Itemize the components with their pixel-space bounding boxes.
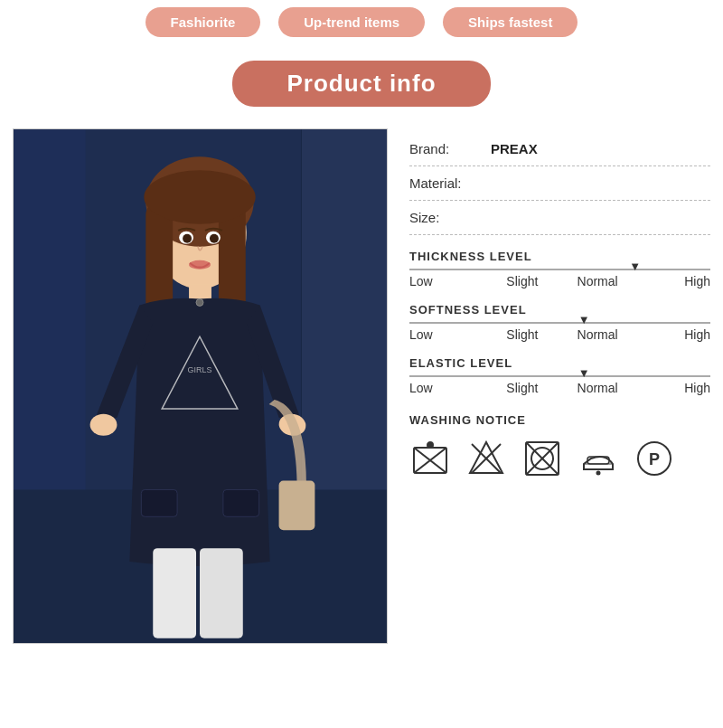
brand-row: Brand: PREAX (409, 132, 710, 166)
softness-section: SOFTNESS LEVEL ▼ Low Slight Normal High (409, 303, 710, 342)
washing-title: WASHING NOTICE (409, 413, 710, 427)
thickness-bar: ▼ (409, 269, 710, 270)
elastic-slight: Slight (484, 381, 559, 395)
softness-high: High (635, 327, 710, 342)
iron-low-icon (577, 438, 619, 479)
brand-label: Brand: (409, 141, 482, 156)
thickness-slight: Slight (484, 274, 559, 288)
softness-slight: Slight (484, 327, 559, 342)
dry-clean-icon: P (634, 438, 675, 479)
no-tumble-dry-icon (521, 438, 563, 479)
softness-bar: ▼ (409, 322, 710, 324)
svg-rect-16 (200, 548, 243, 638)
svg-point-22 (210, 234, 219, 243)
elastic-indicator: ▼ (578, 366, 590, 380)
product-info-title-wrap: Product info (0, 61, 723, 107)
washing-section: WASHING NOTICE (409, 413, 710, 479)
softness-normal: Normal (560, 327, 635, 342)
product-details-panel: Brand: PREAX Material: Size: THICKNESS L… (409, 128, 710, 644)
washing-icons: P (409, 438, 710, 479)
brand-value: PREAX (491, 141, 538, 156)
size-label: Size: (409, 210, 482, 225)
elastic-normal: Normal (560, 381, 635, 395)
elastic-bar: ▼ (409, 375, 710, 377)
svg-text:GIRLS: GIRLS (188, 365, 212, 374)
thickness-bar-line: ▼ (409, 269, 710, 270)
svg-rect-2 (301, 129, 387, 489)
top-buttons-bar: Fashiorite Up-trend items Ships fastest (0, 0, 723, 44)
fashiorite-button[interactable]: Fashiorite (146, 7, 261, 37)
thickness-section: THICKNESS LEVEL ▼ Low Slight Normal High (409, 250, 710, 288)
svg-point-24 (196, 298, 203, 306)
elastic-title: ELASTIC LEVEL (409, 356, 710, 370)
svg-point-23 (189, 260, 211, 269)
thickness-low: Low (409, 274, 484, 288)
no-bleach-icon (465, 438, 507, 479)
svg-text:P: P (649, 450, 660, 468)
softness-indicator: ▼ (578, 313, 590, 326)
material-row: Material: (409, 166, 710, 201)
thickness-title: THICKNESS LEVEL (409, 250, 710, 263)
product-info-title: Product info (232, 61, 490, 107)
svg-rect-18 (223, 489, 259, 516)
elastic-high: High (635, 381, 710, 395)
svg-point-13 (90, 414, 117, 436)
no-wash-icon (409, 438, 451, 479)
thickness-normal: Normal (560, 274, 635, 288)
svg-point-37 (597, 472, 600, 475)
svg-point-9 (144, 170, 255, 224)
svg-rect-17 (141, 489, 177, 516)
thickness-indicator: ▼ (629, 260, 641, 273)
elastic-bar-line: ▼ (409, 375, 710, 377)
svg-rect-4 (14, 129, 86, 489)
svg-point-21 (183, 234, 192, 243)
material-label: Material: (409, 175, 482, 191)
softness-labels: Low Slight Normal High (409, 327, 710, 342)
model-image-placeholder: GIRLS (14, 129, 387, 643)
svg-rect-15 (153, 548, 196, 638)
svg-point-27 (427, 442, 433, 448)
ships-fastest-button[interactable]: Ships fastest (443, 7, 577, 37)
thickness-labels: Low Slight Normal High (409, 274, 710, 288)
svg-rect-25 (279, 480, 315, 530)
elastic-low: Low (409, 381, 484, 395)
softness-bar-line: ▼ (409, 322, 710, 324)
thickness-high: High (635, 274, 710, 288)
size-row: Size: (409, 201, 710, 235)
softness-title: SOFTNESS LEVEL (409, 303, 710, 317)
main-content: GIRLS (0, 128, 723, 644)
elastic-labels: Low Slight Normal High (409, 381, 710, 395)
elastic-section: ELASTIC LEVEL ▼ Low Slight Normal High (409, 356, 710, 395)
product-image: GIRLS (13, 128, 388, 644)
uptrend-button[interactable]: Up-trend items (278, 7, 425, 37)
softness-low: Low (409, 327, 484, 342)
